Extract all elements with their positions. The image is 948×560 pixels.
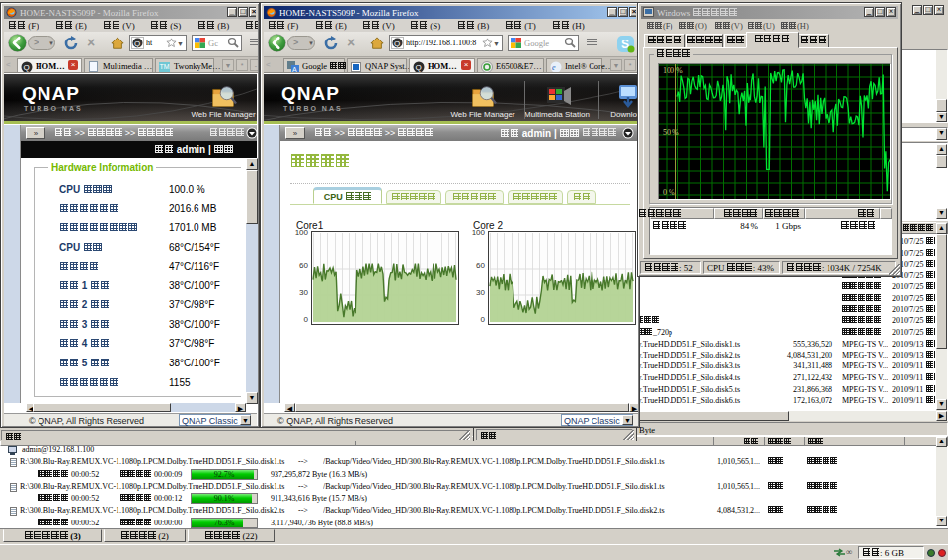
svg-text:e: e	[552, 63, 556, 72]
svg-text:Q: Q	[24, 63, 30, 72]
svg-text:Q: Q	[416, 63, 422, 72]
svg-text:Q: Q	[394, 40, 400, 48]
svg-text:Q: Q	[134, 40, 140, 48]
svg-text:A: A	[292, 66, 297, 73]
